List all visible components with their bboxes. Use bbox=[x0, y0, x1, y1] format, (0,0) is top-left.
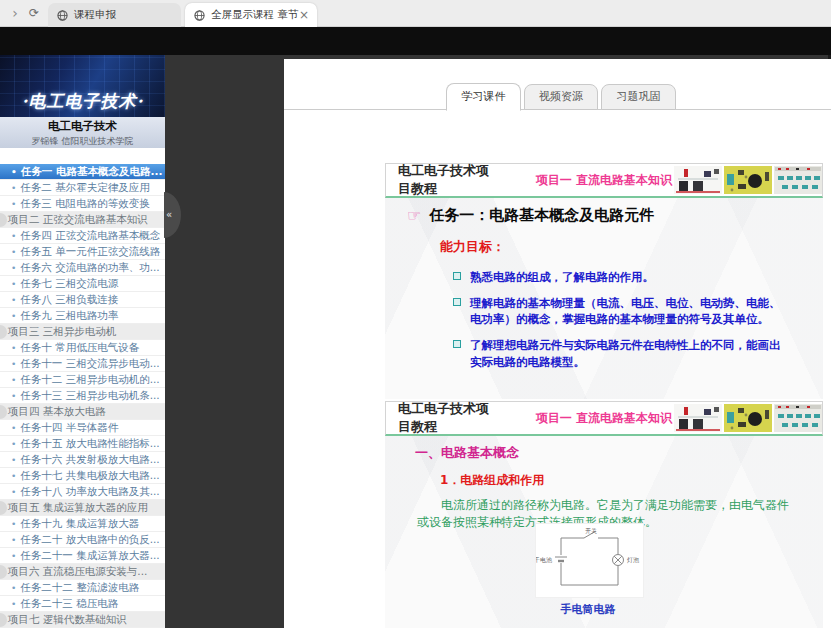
slide-header-photos bbox=[672, 166, 822, 194]
goal-bullet-text: 熟悉电路的组成，了解电路的作用。 bbox=[470, 269, 654, 286]
sidebar-section-header[interactable]: 项目二 正弦交流电路基本知识 bbox=[0, 212, 165, 228]
bullet-dot-icon: • bbox=[11, 375, 16, 385]
sidebar-item[interactable]: •任务七 三相交流电源 bbox=[0, 276, 165, 292]
bullet-dot-icon: • bbox=[11, 295, 16, 305]
tab-exercises[interactable]: 习题巩固 bbox=[601, 84, 676, 110]
sidebar-item[interactable]: •任务五 单一元件正弦交流线路 bbox=[0, 244, 165, 260]
bullet-dot-icon: • bbox=[11, 391, 16, 401]
globe-icon bbox=[57, 10, 68, 21]
sidebar-item[interactable]: •任务四 正弦交流电路基本概念 bbox=[0, 228, 165, 244]
sidebar-item[interactable]: •任务二 基尔霍夫定律及应用 bbox=[0, 180, 165, 196]
battery-label: 干电池 bbox=[535, 556, 552, 564]
goal-bullet-text: 理解电路的基本物理量（电流、电压、电位、电动势、电能、电功率）的概念，掌握电路的… bbox=[470, 295, 785, 328]
lamp-label: 灯泡 bbox=[627, 556, 639, 564]
browser-tab-course-apply[interactable]: 课程申报 bbox=[48, 3, 181, 27]
sidebar-item-label: 项目六 直流稳压电源安装与... bbox=[8, 565, 147, 579]
sidebar-item-label: 任务十五 放大电路性能指标... bbox=[20, 437, 159, 451]
sidebar-item[interactable]: •任务十二 三相异步电动机的... bbox=[0, 372, 165, 388]
main-panel: 学习课件 视频资源 习题巩固 电工电子技术项目教程 项目一 直流电路基本知识 ☞… bbox=[284, 59, 831, 628]
sidebar-item-label: 任务二十一 集成运算放大器... bbox=[20, 549, 159, 563]
sidebar-item-label: 任务三 电阻电路的等效变换 bbox=[20, 197, 149, 211]
sidebar-item[interactable]: •任务二十 放大电路中的负反... bbox=[0, 532, 165, 548]
goal-bullet: 了解理想电路元件与实际电路元件在电特性上的不同，能画出实际电路的电路模型。 bbox=[453, 337, 785, 370]
slide-2: 电工电子技术项目教程 项目一 直流电路基本知识 一、电路基本概念 1．电路组成和… bbox=[385, 401, 823, 628]
bullet-dot-icon: • bbox=[11, 263, 16, 273]
course-title: 电工电子技术 bbox=[0, 117, 165, 134]
slide-header-photos bbox=[672, 404, 822, 432]
circuit-board-photo-2 bbox=[724, 404, 772, 432]
sidebar-item[interactable]: •任务六 交流电路的功率、功... bbox=[0, 260, 165, 276]
bullet-dot-icon: • bbox=[11, 599, 16, 609]
sidebar-item[interactable]: •任务十八 功率放大电路及其... bbox=[0, 484, 165, 500]
letterbox-strip bbox=[0, 27, 831, 55]
sidebar-section-header[interactable]: 项目六 直流稳压电源安装与... bbox=[0, 564, 165, 580]
sidebar-item[interactable]: •任务十七 共集电极放大电路... bbox=[0, 468, 165, 484]
tab-courseware[interactable]: 学习课件 bbox=[446, 83, 521, 111]
forward-icon[interactable]: › bbox=[8, 0, 22, 27]
sidebar-item[interactable]: •任务十一 三相交流异步电动... bbox=[0, 356, 165, 372]
tab-video-resources[interactable]: 视频资源 bbox=[524, 84, 598, 110]
bullet-dot-icon: • bbox=[11, 167, 17, 177]
sidebar-nav: •任务一 电路基本概念及电路...•任务二 基尔霍夫定律及应用•任务三 电阻电路… bbox=[0, 164, 165, 628]
sidebar-item-label: 任务十三 三相异步电动机条... bbox=[20, 389, 159, 403]
banner-title: ·电工电子技术· bbox=[0, 90, 165, 113]
sidebar-item[interactable]: •任务十四 半导体器件 bbox=[0, 420, 165, 436]
goal-bullet-text: 了解理想电路元件与实际电路元件在电特性上的不同，能画出实际电路的电路模型。 bbox=[470, 337, 785, 370]
sidebar-item-label: 任务七 三相交流电源 bbox=[20, 277, 118, 291]
subsection-heading: 1．电路组成和作用 bbox=[440, 472, 823, 489]
course-info: 电工电子技术 罗锦锋 信阳职业技术学院 bbox=[0, 117, 165, 148]
circuit-board-photo-3 bbox=[774, 166, 822, 194]
slide-task-title: ☞ 任务一：电路基本概念及电路元件 bbox=[407, 206, 823, 225]
sidebar-item-label: 任务九 三相电路功率 bbox=[20, 309, 118, 323]
sidebar-item[interactable]: •任务二十一 集成运算放大器... bbox=[0, 548, 165, 564]
sidebar-item[interactable]: •任务二十三 稳压电路 bbox=[0, 596, 165, 612]
slide-1: 电工电子技术项目教程 项目一 直流电路基本知识 ☞ 任务一：电路基本概念及电路元… bbox=[385, 163, 823, 399]
course-sidebar: ·电工电子技术· 电工电子技术 罗锦锋 信阳职业技术学院 •任务一 电路基本概念… bbox=[0, 55, 165, 628]
bullet-dot-icon: • bbox=[11, 311, 16, 321]
sidebar-item[interactable]: •任务十三 三相异步电动机条... bbox=[0, 388, 165, 404]
goal-bullet: 熟悉电路的组成，了解电路的作用。 bbox=[453, 269, 785, 286]
sidebar-item[interactable]: •任务二十二 整流滤波电路 bbox=[0, 580, 165, 596]
circuit-board-photo-3 bbox=[774, 404, 822, 432]
sidebar-item[interactable]: •任务十九 集成运算放大器 bbox=[0, 516, 165, 532]
slide-header-project-title: 项目一 直流电路基本知识 bbox=[536, 172, 672, 189]
sidebar-section-header[interactable]: 项目七 逻辑代数基础知识 bbox=[0, 612, 165, 628]
sidebar-item[interactable]: •任务十 常用低压电气设备 bbox=[0, 340, 165, 356]
sidebar-section-header[interactable]: 项目四 基本放大电路 bbox=[0, 404, 165, 420]
sidebar-item-label: 任务四 正弦交流电路基本概念 bbox=[20, 229, 160, 243]
slide-header: 电工电子技术项目教程 项目一 直流电路基本知识 bbox=[385, 401, 823, 436]
close-tab-icon[interactable]: × bbox=[299, 8, 309, 22]
course-banner-image: ·电工电子技术· bbox=[0, 55, 165, 117]
refresh-icon[interactable]: ⟳ bbox=[26, 0, 42, 27]
sidebar-item[interactable]: •任务一 电路基本概念及电路... bbox=[0, 164, 165, 180]
pointing-finger-icon: ☞ bbox=[407, 206, 421, 225]
sidebar-item-label: 任务十一 三相交流异步电动... bbox=[20, 357, 159, 371]
sidebar-section-header[interactable]: 项目五 集成运算放大器的应用 bbox=[0, 500, 165, 516]
circuit-board-photo-1 bbox=[674, 404, 722, 432]
bullet-dot-icon: • bbox=[11, 279, 16, 289]
sidebar-section-header[interactable]: 项目三 三相异步电动机 bbox=[0, 324, 165, 340]
sidebar-item-label: 项目二 正弦交流电路基本知识 bbox=[8, 213, 148, 227]
bullet-dot-icon: • bbox=[11, 487, 16, 497]
sidebar-item[interactable]: •任务九 三相电路功率 bbox=[0, 308, 165, 324]
bullet-dot-icon: • bbox=[11, 183, 16, 193]
sidebar-item[interactable]: •任务十六 共发射极放大电路... bbox=[0, 452, 165, 468]
goal-bullet: 理解电路的基本物理量（电流、电压、电位、电动势、电能、电功率）的概念，掌握电路的… bbox=[453, 295, 785, 328]
switch-label: 开关 bbox=[585, 527, 597, 534]
sidebar-item-label: 任务二十二 整流滤波电路 bbox=[20, 581, 139, 595]
sidebar-collapse-handle[interactable]: « bbox=[164, 192, 181, 238]
bullet-dot-icon: • bbox=[11, 439, 16, 449]
sidebar-item[interactable]: •任务十五 放大电路性能指标... bbox=[0, 436, 165, 452]
sidebar-item-label: 任务二十 放大电路中的负反... bbox=[20, 533, 159, 547]
diagram-caption: 手电筒电路 bbox=[503, 602, 673, 617]
slide-task-title-text: 任务一：电路基本概念及电路元件 bbox=[429, 206, 654, 225]
sidebar-item[interactable]: •任务三 电阻电路的等效变换 bbox=[0, 196, 165, 212]
browser-tab-fullscreen-course[interactable]: 全屏显示课程 章节 × bbox=[185, 3, 317, 27]
square-bullet-icon bbox=[453, 298, 461, 306]
bullet-dot-icon: • bbox=[11, 343, 16, 353]
sidebar-item-label: 任务二 基尔霍夫定律及应用 bbox=[20, 181, 149, 195]
sidebar-item-label: 任务十六 共发射极放大电路... bbox=[20, 453, 159, 467]
sidebar-item[interactable]: •任务八 三相负载连接 bbox=[0, 292, 165, 308]
bullet-dot-icon: • bbox=[11, 247, 16, 257]
bullet-dot-icon: • bbox=[11, 519, 16, 529]
